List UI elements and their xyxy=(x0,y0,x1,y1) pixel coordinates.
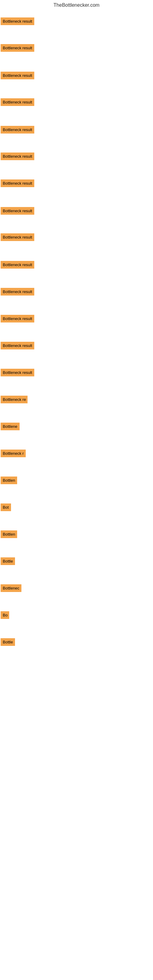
bottleneck-item-15: Bottleneck re xyxy=(1,396,27,404)
bottleneck-badge-8[interactable]: Bottleneck result xyxy=(1,207,34,215)
bottleneck-badge-16[interactable]: Bottlene xyxy=(1,423,19,430)
bottleneck-badge-3[interactable]: Bottleneck result xyxy=(1,72,34,79)
bottleneck-item-11: Bottleneck result xyxy=(1,288,34,297)
bottleneck-item-6: Bottleneck result xyxy=(1,153,34,161)
bottleneck-item-16: Bottlene xyxy=(1,423,19,431)
bottleneck-badge-10[interactable]: Bottleneck result xyxy=(1,261,34,269)
items-container xyxy=(0,9,153,10)
bottleneck-badge-4[interactable]: Bottleneck result xyxy=(1,98,34,106)
bottleneck-badge-24[interactable]: Bottle xyxy=(1,638,15,646)
bottleneck-badge-6[interactable]: Bottleneck result xyxy=(1,153,34,160)
bottleneck-item-21: Bottle xyxy=(1,557,15,566)
bottleneck-item-10: Bottleneck result xyxy=(1,261,34,270)
bottleneck-item-7: Bottleneck result xyxy=(1,180,34,188)
bottleneck-item-4: Bottleneck result xyxy=(1,98,34,107)
bottleneck-item-9: Bottleneck result xyxy=(1,233,34,242)
bottleneck-badge-20[interactable]: Bottlen xyxy=(1,530,17,538)
bottleneck-badge-18[interactable]: Bottlen xyxy=(1,477,17,484)
bottleneck-item-18: Bottlen xyxy=(1,477,17,485)
bottleneck-badge-1[interactable]: Bottleneck result xyxy=(1,18,34,25)
bottleneck-badge-14[interactable]: Bottleneck result xyxy=(1,369,34,376)
bottleneck-item-19: Bot xyxy=(1,503,11,512)
bottleneck-item-12: Bottleneck result xyxy=(1,315,34,324)
bottleneck-badge-19[interactable]: Bot xyxy=(1,503,11,511)
bottleneck-badge-2[interactable]: Bottleneck result xyxy=(1,44,34,52)
bottleneck-item-20: Bottlen xyxy=(1,530,17,539)
bottleneck-item-3: Bottleneck result xyxy=(1,72,34,81)
bottleneck-item-23: Bo xyxy=(1,611,9,620)
bottleneck-badge-15[interactable]: Bottleneck re xyxy=(1,396,27,403)
bottleneck-item-14: Bottleneck result xyxy=(1,369,34,378)
bottleneck-badge-22[interactable]: Bottlenec xyxy=(1,584,21,592)
bottleneck-badge-7[interactable]: Bottleneck result xyxy=(1,180,34,187)
bottleneck-item-1: Bottleneck result xyxy=(1,18,34,26)
bottleneck-badge-11[interactable]: Bottleneck result xyxy=(1,288,34,296)
bottleneck-badge-13[interactable]: Bottleneck result xyxy=(1,342,34,350)
bottleneck-badge-5[interactable]: Bottleneck result xyxy=(1,126,34,134)
bottleneck-item-24: Bottle xyxy=(1,638,15,647)
bottleneck-item-13: Bottleneck result xyxy=(1,342,34,351)
bottleneck-item-5: Bottleneck result xyxy=(1,126,34,135)
bottleneck-item-2: Bottleneck result xyxy=(1,44,34,53)
bottleneck-badge-17[interactable]: Bottleneck r xyxy=(1,450,26,457)
bottleneck-badge-23[interactable]: Bo xyxy=(1,611,9,619)
bottleneck-badge-9[interactable]: Bottleneck result xyxy=(1,233,34,241)
site-title: TheBottlenecker.com xyxy=(0,0,153,9)
bottleneck-item-22: Bottlenec xyxy=(1,584,21,593)
bottleneck-item-8: Bottleneck result xyxy=(1,207,34,216)
bottleneck-badge-21[interactable]: Bottle xyxy=(1,557,15,565)
bottleneck-item-17: Bottleneck r xyxy=(1,450,26,458)
bottleneck-badge-12[interactable]: Bottleneck result xyxy=(1,315,34,323)
